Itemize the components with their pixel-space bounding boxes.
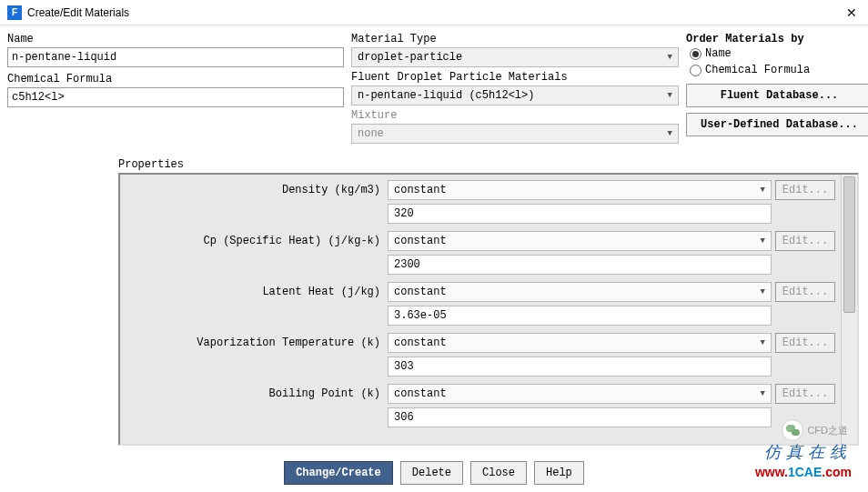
property-value-row xyxy=(126,356,835,377)
mixture-label: Mixture xyxy=(351,109,679,122)
property-value-row xyxy=(126,255,835,275)
chevron-down-icon: ▼ xyxy=(761,236,765,246)
material-type-label: Material Type xyxy=(351,33,679,45)
property-value-row xyxy=(126,407,835,427)
bottom-button-bar: Change/Create Delete Close Help xyxy=(0,461,868,485)
property-edit-button[interactable]: Edit... xyxy=(775,231,835,251)
chevron-down-icon: ▼ xyxy=(761,338,765,347)
property-method-value: constant xyxy=(394,286,447,298)
order-opt-name: Name xyxy=(705,47,732,60)
property-row: Vaporization Temperature (k)constant▼Edi… xyxy=(126,333,835,353)
middle-column: Material Type droplet-particle ▼ Fluent … xyxy=(351,33,679,144)
scrollbar-thumb[interactable] xyxy=(843,176,855,313)
chevron-down-icon: ▼ xyxy=(668,91,672,100)
property-row: Density (kg/m3)constant▼Edit... xyxy=(126,180,835,200)
mixture-dropdown: none ▼ xyxy=(351,124,679,144)
name-label: Name xyxy=(7,33,344,45)
property-method-value: constant xyxy=(394,387,447,400)
property-method-dropdown[interactable]: constant▼ xyxy=(388,282,772,302)
fdpm-value: n-pentane-liquid (c5h12<l>) xyxy=(358,89,534,102)
chevron-down-icon: ▼ xyxy=(761,186,765,195)
radio-icon xyxy=(690,65,701,76)
properties-section: Properties Density (kg/m3)constant▼Edit.… xyxy=(7,158,861,445)
property-row: Cp (Specific Heat) (j/kg-k)constant▼Edit… xyxy=(126,231,835,251)
order-by-formula-radio[interactable]: Chemical Formula xyxy=(686,62,868,78)
property-value-input[interactable] xyxy=(388,255,772,275)
property-value-row xyxy=(126,306,835,326)
property-edit-button[interactable]: Edit... xyxy=(775,333,835,353)
property-edit-button[interactable]: Edit... xyxy=(775,180,835,200)
right-column: Order Materials by Name Chemical Formula… xyxy=(686,33,868,136)
delete-button[interactable]: Delete xyxy=(400,461,463,485)
properties-scroll-area: Density (kg/m3)constant▼Edit...Cp (Speci… xyxy=(120,175,841,444)
wechat-icon xyxy=(782,419,803,441)
change-create-button[interactable]: Change/Create xyxy=(284,461,393,485)
property-label: Cp (Specific Heat) (j/kg-k) xyxy=(126,235,384,247)
property-value-input[interactable] xyxy=(388,204,772,224)
property-method-dropdown[interactable]: constant▼ xyxy=(388,231,772,251)
property-value-row xyxy=(126,204,835,224)
property-method-dropdown[interactable]: constant▼ xyxy=(388,384,772,404)
order-title: Order Materials by xyxy=(686,33,868,45)
scrollbar[interactable] xyxy=(841,175,857,444)
property-method-value: constant xyxy=(394,235,447,247)
fdpm-dropdown[interactable]: n-pentane-liquid (c5h12<l>) ▼ xyxy=(351,85,679,105)
property-row: Boiling Point (k)constant▼Edit... xyxy=(126,384,835,404)
close-icon[interactable]: ✕ xyxy=(843,5,861,20)
property-method-dropdown[interactable]: constant▼ xyxy=(388,180,772,200)
order-by-name-radio[interactable]: Name xyxy=(686,45,868,62)
material-type-value: droplet-particle xyxy=(358,51,462,64)
fluent-database-button[interactable]: Fluent Database... xyxy=(686,84,868,107)
property-label: Boiling Point (k) xyxy=(126,387,384,400)
app-icon: F xyxy=(7,5,22,20)
property-value-input[interactable] xyxy=(388,407,772,427)
property-value-input[interactable] xyxy=(388,356,772,377)
formula-input[interactable] xyxy=(7,87,344,107)
watermark-url: www.1CAE.com xyxy=(755,465,852,479)
help-button[interactable]: Help xyxy=(534,461,584,485)
chevron-down-icon: ▼ xyxy=(761,287,765,296)
order-opt-formula: Chemical Formula xyxy=(705,64,810,76)
left-column: Name Chemical Formula xyxy=(7,33,344,107)
formula-label: Chemical Formula xyxy=(7,73,344,85)
property-row: Latent Heat (j/kg)constant▼Edit... xyxy=(126,282,835,302)
property-method-dropdown[interactable]: constant▼ xyxy=(388,333,772,353)
property-method-value: constant xyxy=(394,336,447,349)
properties-label: Properties xyxy=(7,158,861,173)
material-type-dropdown[interactable]: droplet-particle ▼ xyxy=(351,47,679,67)
mixture-value: none xyxy=(358,127,384,140)
chevron-down-icon: ▼ xyxy=(668,129,672,138)
chevron-down-icon: ▼ xyxy=(668,53,672,62)
properties-box: Density (kg/m3)constant▼Edit...Cp (Speci… xyxy=(118,173,859,446)
close-button[interactable]: Close xyxy=(470,461,527,485)
property-method-value: constant xyxy=(394,184,447,196)
property-edit-button[interactable]: Edit... xyxy=(775,282,835,302)
watermark-brand: 仿真在线 xyxy=(764,441,852,463)
property-edit-button[interactable]: Edit... xyxy=(775,384,835,404)
property-label: Latent Heat (j/kg) xyxy=(126,286,384,298)
watermark-wechat: CFD之道 xyxy=(782,419,848,441)
chevron-down-icon: ▼ xyxy=(761,389,765,398)
fdpm-label: Fluent Droplet Particle Materials xyxy=(351,71,679,84)
radio-icon xyxy=(690,48,701,60)
user-defined-database-button[interactable]: User-Defined Database... xyxy=(686,113,868,136)
property-value-input[interactable] xyxy=(388,306,772,326)
name-input[interactable] xyxy=(7,47,344,67)
property-label: Vaporization Temperature (k) xyxy=(126,336,384,349)
window-title: Create/Edit Materials xyxy=(27,6,129,19)
titlebar: F Create/Edit Materials ✕ xyxy=(0,0,868,25)
property-label: Density (kg/m3) xyxy=(126,184,384,196)
